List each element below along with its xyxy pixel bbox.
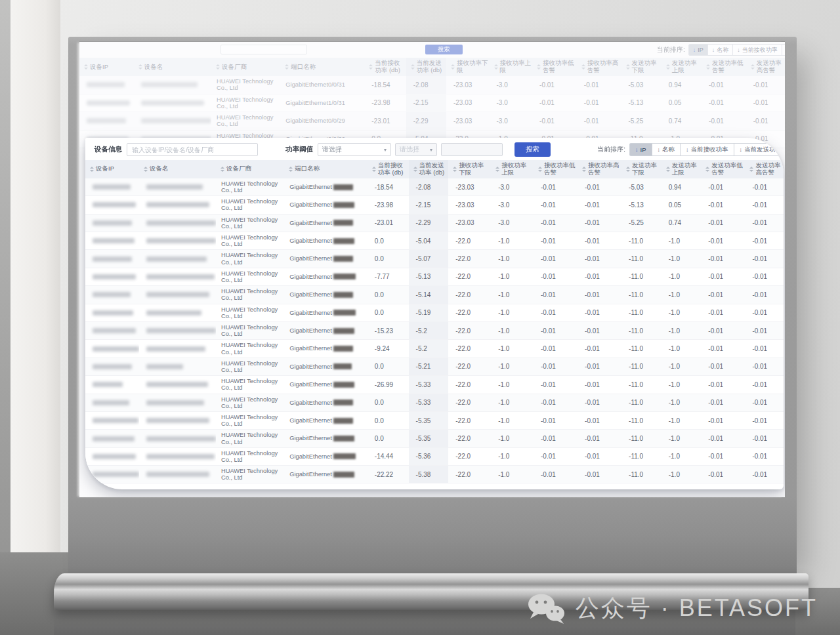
table-cell: -2.08: [409, 178, 449, 195]
sort-caret-icon: [372, 167, 376, 172]
column-header[interactable]: 设备IP: [79, 58, 134, 76]
table-cell-device-name: [139, 215, 216, 232]
sort-option-名称[interactable]: ↓名称: [707, 45, 733, 55]
vendor-cell: HUAWEI Technology Co., Ltd: [216, 232, 284, 249]
column-header[interactable]: 端口名称: [284, 160, 368, 178]
column-header[interactable]: 接收功率低告警: [534, 160, 578, 178]
table-cell: -26.99: [368, 376, 409, 393]
redacted-port-suffix: [333, 184, 353, 190]
table-cell: -1.0: [491, 448, 534, 465]
port-name: GigabitEthernet0/0/29: [285, 117, 345, 124]
column-header[interactable]: 发送功率下限: [621, 160, 662, 178]
table-cell-device-ip: [85, 196, 139, 213]
sort-caret-icon: [706, 64, 710, 70]
table-cell: -23.03: [446, 76, 490, 94]
redacted-ip: [93, 184, 131, 190]
sort-option-名称[interactable]: ↓名称: [652, 144, 681, 155]
column-header[interactable]: 设备厂商: [211, 58, 280, 76]
column-header[interactable]: 当前发送功率 (db): [406, 58, 446, 76]
vendor-cell: HUAWEI Technology Co., Ltd: [216, 466, 284, 483]
column-header[interactable]: 发送功率低告警: [702, 58, 746, 76]
vendor-cell: HUAWEI Technology Co., Ltd: [216, 340, 284, 357]
bg-toolbar: 搜索 当前排序: ↓IP↓名称↓当前接收功率↓当前发送功率: [79, 42, 785, 58]
column-header[interactable]: 接收功率上限: [490, 58, 533, 76]
column-header[interactable]: 发送功率上限: [662, 160, 702, 178]
table-cell-device-name: [139, 268, 216, 285]
column-header[interactable]: 发送功率下限: [621, 58, 662, 76]
redacted-port-suffix: [333, 382, 354, 388]
table-cell: -23.01: [364, 112, 406, 130]
sort-caret-icon: [453, 167, 457, 172]
column-header[interactable]: 接收功率高告警: [578, 160, 621, 178]
redacted-ip: [93, 346, 139, 352]
vendor-cell: HUAWEI Technology Co., Ltd: [216, 215, 284, 232]
threshold-value-input[interactable]: [441, 143, 503, 156]
threshold-unit-select[interactable]: 请选择 ▾: [395, 143, 437, 156]
threshold-select[interactable]: 请选择 ▾: [318, 143, 391, 156]
column-header[interactable]: 设备名: [134, 58, 211, 76]
redacted-name: [146, 220, 216, 226]
column-header[interactable]: 接收功率低告警: [532, 58, 577, 76]
table-cell: -0.01: [577, 94, 621, 112]
search-button[interactable]: 搜索: [514, 142, 551, 157]
table-cell: -22.0: [448, 412, 491, 429]
column-header-label: 设备厂商: [222, 64, 247, 71]
table-cell: -0.01: [701, 304, 745, 321]
panel-card: 设备信息 功率阈值 请选择 ▾ 请选择 ▾ 搜索 当前排序:: [85, 138, 784, 489]
redacted-port-suffix: [333, 238, 354, 244]
table-cell-device-name: [139, 286, 216, 303]
table-cell: -0.01: [746, 94, 785, 112]
table-cell: -22.0: [448, 466, 491, 483]
column-header[interactable]: 接收功率上限: [491, 160, 534, 178]
bg-device-table: 设备IP设备名设备厂商端口名称当前接收功率 (db)当前发送功率 (db)接收功…: [79, 58, 785, 148]
device-search-input[interactable]: [127, 143, 258, 156]
port-cell: GigabitEthernet: [284, 376, 368, 393]
table-cell: -22.0: [448, 232, 491, 249]
column-header[interactable]: 设备名: [139, 160, 216, 178]
table-cell: -2.08: [406, 76, 446, 94]
redacted-name: [146, 184, 203, 190]
wechat-icon: [528, 594, 566, 624]
column-header[interactable]: 端口名称: [280, 58, 364, 76]
table-cell: -5.07: [409, 250, 449, 267]
redacted-name: [146, 274, 215, 279]
table-cell: -0.01: [578, 250, 621, 267]
redacted-ip: [93, 256, 132, 262]
sort-option-当前发送功率[interactable]: ↓当前发送功率: [782, 45, 785, 55]
column-header[interactable]: 当前发送功率 (db): [409, 160, 449, 178]
column-header[interactable]: 发送功率高告警: [745, 160, 784, 178]
table-cell: -0.01: [745, 322, 784, 339]
column-header[interactable]: 接收功率下限: [448, 160, 491, 178]
port-name: GigabitEthernet: [289, 291, 332, 298]
column-header-label: 端口名称: [295, 165, 320, 173]
column-header[interactable]: 设备IP: [85, 160, 139, 178]
column-header[interactable]: 接收功率下限: [446, 58, 490, 76]
sort-option-当前接收功率[interactable]: ↓当前接收功率: [680, 144, 734, 155]
sort-option-当前接收功率[interactable]: ↓当前接收功率: [732, 45, 782, 55]
sort-caret-icon: [495, 167, 499, 172]
column-header[interactable]: 发送功率上限: [662, 58, 702, 76]
sort-option-ip[interactable]: ↓IP: [630, 144, 651, 155]
column-header[interactable]: 当前接收功率 (db): [364, 58, 406, 76]
redacted-ip: [93, 454, 136, 459]
arrow-down-icon: ↓: [635, 146, 639, 153]
column-header[interactable]: 发送功率高告警: [746, 58, 785, 76]
column-header-label: 接收功率上限: [500, 60, 532, 74]
column-header[interactable]: 发送功率低告警: [701, 160, 745, 178]
port-name: GigabitEthernet: [289, 310, 332, 316]
table-cell: -1.0: [491, 250, 534, 267]
table-cell: -0.01: [701, 448, 745, 465]
column-header[interactable]: 设备厂商: [216, 160, 284, 178]
vendor-cell: HUAWEI Technology Co., Ltd: [211, 76, 280, 94]
table-cell: -0.01: [532, 112, 577, 130]
table-cell: -23.01: [368, 215, 409, 232]
redacted-port-suffix: [333, 399, 353, 405]
table-cell: -1.0: [491, 304, 534, 321]
column-header[interactable]: 当前接收功率 (db): [368, 160, 409, 178]
sort-option-label: 当前接收功率: [691, 146, 728, 154]
table-cell-device-ip: [85, 215, 139, 232]
sort-option-ip[interactable]: ↓IP: [689, 45, 707, 55]
redacted-ip: [93, 292, 131, 297]
column-header[interactable]: 接收功率高告警: [577, 58, 621, 76]
table-row: HUAWEI Technology Co., LtdGigabitEtherne…: [85, 232, 784, 250]
